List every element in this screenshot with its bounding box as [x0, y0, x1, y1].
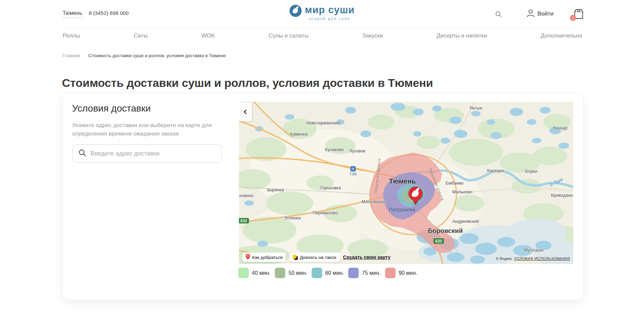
nav-item[interactable]: Дополнительно	[541, 32, 582, 39]
create-map-link[interactable]: Создать свою карту	[343, 255, 391, 260]
zones-legend: 40 мин.50 мин.60 мин.75 мин.90 мин.	[238, 268, 422, 278]
map-brand-marker[interactable]	[408, 186, 423, 206]
airport-code-label: TJM	[349, 172, 356, 176]
map-place-label: Криводанов	[551, 193, 573, 198]
map-place-label: Горьковка	[320, 185, 341, 190]
page: Тюмень 8 (3452) 699 000 мир суши открой …	[0, 0, 644, 313]
legend-swatch	[238, 268, 249, 278]
login-label: Войти	[537, 10, 554, 17]
map-place-label: рховино	[239, 193, 253, 198]
nav-item[interactable]: Сеты	[134, 32, 148, 39]
legend-label: 50 мин.	[288, 270, 307, 276]
legend-label: 75 мин.	[362, 270, 380, 276]
map-place-label: Муллаши	[524, 247, 543, 252]
delivery-map[interactable]: НовотарманскийКаменкаКулаковоЛуговоеЗыря…	[239, 102, 573, 264]
legend-swatch	[348, 268, 359, 278]
delivery-conditions-description: Укажите адрес доставки или выберите на к…	[72, 121, 228, 138]
map-place-label: Московский	[361, 199, 385, 204]
nav-item[interactable]: Супы и салаты	[269, 32, 309, 39]
map-place-label: Кулаково	[325, 147, 344, 152]
legend-item: 90 мин.	[385, 268, 417, 278]
user-icon	[526, 9, 535, 19]
taxi-button[interactable]: Доехать на такси	[289, 252, 339, 262]
map-place-label: Перевалово	[313, 210, 338, 215]
legend-label: 40 мин.	[252, 270, 270, 276]
nav-item[interactable]: Роллы	[63, 32, 80, 39]
breadcrumb-home[interactable]: Главная	[63, 53, 80, 58]
map-place-label: Зырянка	[266, 187, 284, 192]
route-button-label: Как добраться	[252, 255, 283, 260]
road-badge: E22	[434, 238, 444, 244]
header-divider	[63, 28, 582, 29]
chevron-left-icon	[244, 109, 247, 115]
map-place-label: Мальково	[452, 189, 472, 194]
legend-swatch	[385, 268, 396, 278]
search-icon[interactable]	[495, 11, 502, 19]
map-place-label: Окружная дорога	[428, 167, 445, 201]
breadcrumb-current: Стоимость доставки суши и роллов, услови…	[88, 53, 226, 58]
breadcrumb-separator: ·	[83, 53, 85, 58]
delivery-conditions-heading: Условия доставки	[72, 103, 151, 114]
map-place-label: Окружная дорога	[374, 158, 381, 193]
legend-item: 75 мин.	[348, 268, 380, 278]
legend-label: 60 мин.	[325, 270, 344, 276]
legend-item: 60 мин.	[312, 268, 344, 278]
legend-swatch	[312, 268, 322, 278]
map-place-label: Каскара	[487, 168, 504, 173]
airport-marker: ✈TJM	[349, 166, 356, 176]
breadcrumb: Главная · Стоимость доставки суши и ролл…	[63, 53, 226, 58]
cart-button[interactable]: 1	[573, 8, 586, 20]
nav-item[interactable]: Десерты и напитки	[437, 32, 487, 39]
map-place-label: Борки	[525, 169, 537, 174]
collapse-panel-button[interactable]	[239, 102, 252, 121]
login-button[interactable]: Войти	[526, 9, 554, 19]
map-place-label: Янтык	[469, 105, 482, 111]
map-place-label: Кунчур	[553, 125, 568, 130]
legend-item: 50 мин.	[275, 268, 307, 278]
taxi-button-label: Доехать на такси	[300, 255, 336, 260]
phone-link[interactable]: 8 (3452) 699 000	[89, 10, 129, 16]
map-place-label: Боровский	[428, 227, 463, 235]
page-title: Стоимость доставки суши и роллов, услови…	[62, 76, 433, 90]
delivery-card: Условия доставки Укажите адрес доставки …	[63, 93, 583, 300]
map-place-label: Луговое	[349, 148, 365, 153]
cart-badge: 1	[570, 15, 576, 21]
map-place-label: Патрушева	[389, 207, 415, 212]
location-pin-icon	[246, 254, 250, 261]
search-icon	[79, 149, 86, 158]
legend-label: 90 мин.	[399, 270, 417, 276]
logo-title: мир суши	[305, 5, 355, 16]
airplane-icon: ✈	[350, 166, 356, 172]
map-place-label: Андреевский	[452, 219, 479, 224]
address-search-box[interactable]	[72, 144, 222, 163]
legend-swatch	[275, 268, 285, 278]
terms-of-use-link[interactable]: Условия использования	[514, 257, 570, 261]
city-selector[interactable]: Тюмень	[63, 10, 82, 18]
map-place-label: Ембаево	[445, 180, 463, 186]
logo[interactable]: мир суши открой для себя	[289, 5, 355, 21]
copyright-text: © Яндекс	[496, 257, 512, 261]
map-copyright: © Яндекс Условия использования	[496, 257, 570, 261]
nav-item[interactable]: WOK	[201, 32, 215, 39]
main-nav: РоллыСетыWOKСупы и салатыЗакускиДесерты …	[63, 32, 582, 39]
map-place-label: Тюмень	[389, 177, 416, 185]
nav-item[interactable]: Закуски	[362, 32, 383, 39]
route-button[interactable]: Как добраться	[242, 252, 286, 262]
map-place-label: Новотарманский	[306, 120, 340, 125]
map-place-label: р. Тура	[549, 177, 563, 187]
road-badge: E22	[239, 218, 249, 223]
logo-fish-icon	[289, 5, 302, 18]
map-place-label: Каменка	[290, 131, 307, 137]
taxi-icon	[293, 255, 298, 260]
legend-item: 40 мин.	[238, 268, 270, 278]
map-labels: НовотарманскийКаменкаКулаковоЛуговоеЗыря…	[239, 102, 573, 264]
address-input[interactable]	[86, 150, 222, 158]
map-place-label: Успенка	[284, 215, 301, 220]
logo-tagline: открой для себя	[309, 17, 351, 21]
map-controls: Как добраться Доехать на такси Создать с…	[242, 252, 391, 262]
